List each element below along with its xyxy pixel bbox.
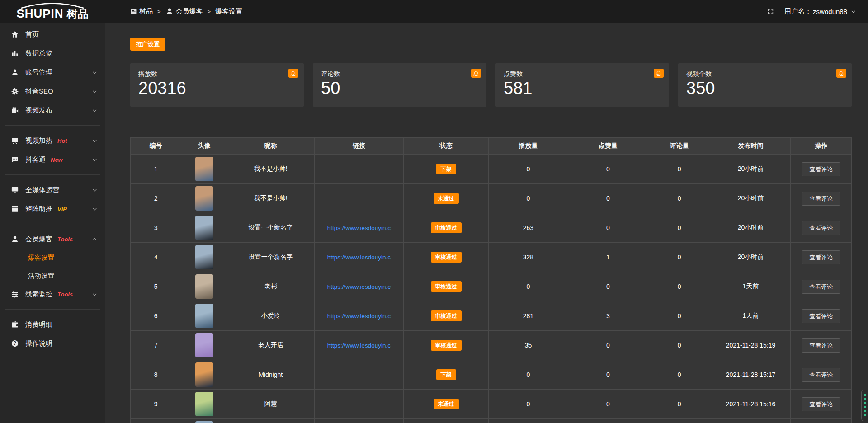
cell-comments: 0	[648, 331, 711, 360]
cell-status: 审核通过	[404, 301, 488, 330]
column-header: 昵称	[227, 138, 315, 154]
column-header: 点赞量	[568, 138, 648, 154]
view-comments-button[interactable]: 查看评论	[802, 397, 840, 411]
cell-link	[315, 184, 404, 213]
cell-nickname: 小爱玲	[227, 301, 315, 330]
sidebar-subitem[interactable]: 爆客设置	[0, 249, 105, 267]
video-link[interactable]: https://www.iesdouyin.c	[327, 342, 391, 349]
cell-plays: 0	[489, 390, 569, 418]
brand-logo: SHUPIN 树品	[0, 2, 105, 21]
video-link[interactable]: https://www.iesdouyin.c	[327, 283, 391, 290]
column-header: 状态	[404, 138, 488, 154]
cell-likes: 0	[568, 184, 648, 213]
cell-likes: 0	[568, 360, 648, 389]
promo-settings-button[interactable]: 推广设置	[130, 38, 165, 51]
cell-comments: 0	[648, 301, 711, 330]
view-comments-button[interactable]: 查看评论	[802, 221, 840, 235]
breadcrumb-separator: >	[208, 8, 211, 15]
sidebar-item[interactable]: 数据总览	[0, 44, 105, 63]
sidebar-item[interactable]: 视频加热 Hot	[0, 131, 105, 150]
breadcrumb-label: 会员爆客	[176, 7, 203, 16]
video-link[interactable]: https://www.iesdouyin.c	[327, 225, 391, 231]
sidebar-item[interactable]: 抖音SEO	[0, 82, 105, 101]
cell-action: 查看评论	[791, 155, 851, 183]
breadcrumb-item[interactable]: 会员爆客	[165, 7, 203, 16]
cell-link	[315, 155, 404, 183]
breadcrumb-item[interactable]: 树品	[130, 7, 153, 16]
sidebar-divider	[5, 174, 100, 175]
breadcrumb-item[interactable]: 爆客设置	[215, 7, 242, 16]
video-link[interactable]: https://www.iesdouyin.c	[327, 254, 391, 261]
breadcrumb: 树品 > 会员爆客 > 爆客设置	[130, 7, 242, 16]
sidebar-item[interactable]: 视频发布	[0, 101, 105, 120]
cell-publish-time: 2021-11-28 15:16	[711, 390, 791, 418]
table-row: 7 老人开店 https://www.iesdouyin.c 审核通过 35 0	[131, 331, 851, 360]
cell-publish-time: 20小时前	[711, 155, 791, 183]
breadcrumb-separator: >	[157, 8, 161, 15]
cell-comments: 0	[648, 213, 711, 242]
sidebar-item[interactable]: 矩阵助推 VIP	[0, 199, 105, 218]
chevron-down-icon	[92, 236, 98, 242]
stat-card: 评论数 50 总	[313, 63, 486, 107]
cell-plays: 0	[489, 272, 569, 301]
status-button[interactable]: 审核通过	[431, 340, 462, 351]
total-badge: 总	[654, 69, 664, 78]
stat-value: 350	[686, 79, 844, 98]
avatar	[195, 304, 213, 328]
floating-widget-bars	[864, 394, 866, 417]
sidebar-item[interactable]: 全媒体运营	[0, 180, 105, 199]
view-comments-button[interactable]: 查看评论	[802, 280, 840, 294]
sidebar-subitem[interactable]: 活动设置	[0, 267, 105, 285]
cell-likes: 1	[568, 243, 648, 272]
stat-value: 20316	[138, 79, 296, 98]
status-button[interactable]: 审核通过	[431, 222, 462, 233]
sidebar-item-label: 线索监控	[25, 290, 52, 299]
status-button[interactable]: 下架	[436, 369, 456, 380]
sidebar-item[interactable]: 线索监控 Tools	[0, 285, 105, 304]
sidebar-item[interactable]: 首页	[0, 25, 105, 44]
cell-likes	[568, 419, 648, 423]
table-row: 9 阿慧 未通过 0 0 0 202	[131, 390, 851, 419]
status-button[interactable]: 审核通过	[431, 281, 462, 292]
status-button[interactable]: 未通过	[434, 193, 459, 204]
video-link[interactable]: https://www.iesdouyin.c	[327, 313, 391, 320]
view-comments-button[interactable]: 查看评论	[802, 250, 840, 264]
cell-number: 2	[131, 184, 181, 213]
sidebar-item[interactable]: 消费明细	[0, 315, 105, 334]
cell-likes: 0	[568, 272, 648, 301]
comment-icon	[11, 155, 19, 164]
floating-widget[interactable]	[861, 390, 868, 421]
sidebar-item[interactable]: 账号管理	[0, 63, 105, 82]
sidebar-item-label: 视频加热	[25, 136, 52, 145]
stat-card: 视频个数 350 总	[678, 63, 852, 107]
status-button[interactable]: 审核通过	[431, 310, 462, 321]
fullscreen-icon[interactable]	[767, 8, 774, 15]
cell-nickname: 老彬	[227, 272, 315, 301]
view-comments-button[interactable]: 查看评论	[802, 368, 840, 382]
home-icon	[11, 30, 19, 38]
sidebar-item[interactable]: 会员爆客 Tools	[0, 230, 105, 249]
sidebar-item[interactable]: ? 操作说明	[0, 334, 105, 353]
cell-link: https://www.iesdouyin.c	[315, 272, 404, 301]
status-button[interactable]: 审核通过	[431, 252, 462, 263]
cell-plays	[489, 419, 569, 423]
cell-status: 下架	[404, 155, 488, 183]
cell-publish-time: 1天前	[711, 272, 791, 301]
user-menu[interactable]: 用户名： zswodun88	[784, 7, 856, 16]
cell-action: 查看评论	[791, 390, 851, 418]
cell-publish-time: 2021-11-28 15:17	[711, 360, 791, 389]
view-comments-button[interactable]: 查看评论	[802, 192, 840, 206]
view-comments-button[interactable]: 查看评论	[802, 338, 840, 352]
column-header: 播放量	[489, 138, 569, 154]
status-button[interactable]: 未通过	[434, 399, 459, 409]
cell-publish-time: 1天前	[711, 301, 791, 330]
view-comments-button[interactable]: 查看评论	[802, 309, 840, 323]
cell-plays: 281	[489, 301, 569, 330]
sidebar-item[interactable]: 抖客通 New	[0, 150, 105, 169]
view-comments-button[interactable]: 查看评论	[802, 162, 840, 176]
column-header: 编号	[131, 138, 181, 154]
status-button[interactable]: 下架	[436, 164, 456, 174]
cell-action: 查看评论	[791, 360, 851, 389]
username: zswodun88	[813, 8, 847, 15]
user-icon	[165, 7, 174, 15]
